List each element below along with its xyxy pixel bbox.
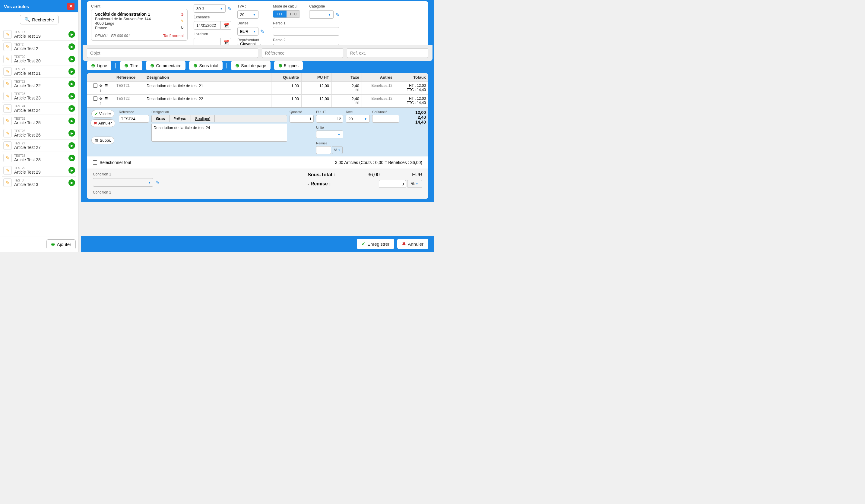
- edit-remise-unit[interactable]: %▼: [332, 146, 343, 154]
- cell-desig: Description de l'article de test 22: [144, 95, 272, 107]
- remise-unit-select[interactable]: %▼: [407, 180, 422, 188]
- article-item[interactable]: ✎TEST25Article Test 25▶: [2, 115, 76, 127]
- echeance-calendar-icon[interactable]: 📅: [221, 21, 231, 30]
- move-icon[interactable]: ✥: [99, 96, 103, 101]
- chevron-down-icon: ▼: [338, 149, 340, 152]
- insert-article-button[interactable]: ▶: [68, 179, 75, 186]
- refext-input[interactable]: [347, 48, 428, 58]
- add-5lignes-button[interactable]: ⊕5 lignes: [274, 61, 303, 70]
- edit-condition1-icon[interactable]: ✎: [155, 180, 160, 185]
- suppr-button[interactable]: 🗑Suppr.: [91, 137, 115, 144]
- insert-article-button[interactable]: ▶: [68, 155, 75, 161]
- bold-button[interactable]: Gras: [152, 115, 170, 122]
- ttc-toggle[interactable]: TTC: [287, 11, 300, 17]
- edit-taxe-select[interactable]: 20▼: [346, 115, 370, 123]
- tva-select[interactable]: 20▼: [238, 10, 258, 19]
- underline-button[interactable]: Souligné: [191, 115, 215, 122]
- tva-label: TVA :: [238, 4, 267, 9]
- add-saut-button[interactable]: ⊕Saut de page: [231, 61, 270, 70]
- add-titre-button[interactable]: ⊕Titre: [120, 61, 142, 70]
- article-code: TEST27: [14, 142, 68, 145]
- edit-terms-icon[interactable]: ✎: [228, 6, 231, 11]
- insert-article-button[interactable]: ▶: [68, 118, 75, 124]
- edit-ref-input[interactable]: [119, 115, 149, 123]
- edit-client-icon[interactable]: ✎: [180, 19, 185, 24]
- article-item[interactable]: ✎TEST21Article Test 21▶: [2, 66, 76, 78]
- annuler-edit-button[interactable]: ✖Annuler: [91, 119, 115, 127]
- insert-article-button[interactable]: ▶: [68, 31, 75, 38]
- remove-client-icon[interactable]: ⊘: [180, 12, 185, 17]
- search-button[interactable]: 🔍 Recherche: [20, 15, 58, 24]
- cancel-button[interactable]: ✖Annuler: [397, 239, 428, 249]
- article-item[interactable]: ✎TEST26Article Test 26▶: [2, 127, 76, 140]
- edit-cout-input[interactable]: [372, 115, 399, 123]
- terms-select[interactable]: 30 J▼: [194, 4, 226, 13]
- article-name: Article Test 29: [14, 170, 68, 175]
- add-commentaire-button[interactable]: ⊕Commentaire: [146, 61, 185, 70]
- objet-input[interactable]: [87, 48, 258, 58]
- pencil-icon: ✎: [3, 178, 12, 187]
- insert-article-button[interactable]: ▶: [68, 68, 75, 75]
- mode-label: Mode de calcul: [273, 4, 300, 9]
- edit-categorie-icon[interactable]: ✎: [335, 12, 339, 17]
- sidebar-header: Vos articles ✕: [0, 0, 78, 12]
- devise-select[interactable]: EUR▼: [238, 27, 258, 36]
- article-item[interactable]: ✎TEST3Article Test 3▶: [2, 177, 76, 189]
- article-item[interactable]: ✎TEST24Article Test 24▶: [2, 103, 76, 115]
- article-item[interactable]: ✎TEST22Article Test 22▶: [2, 78, 76, 90]
- header-card: Client Société de démonstration 1 Boulev…: [87, 1, 428, 58]
- select-all-checkbox[interactable]: [93, 160, 97, 165]
- list-icon[interactable]: ☰: [104, 83, 108, 88]
- insert-article-button[interactable]: ▶: [68, 167, 75, 174]
- categorie-select[interactable]: ▼: [309, 10, 334, 19]
- save-button[interactable]: ✔Enregistrer: [357, 239, 394, 249]
- insert-article-button[interactable]: ▶: [68, 56, 75, 62]
- move-icon[interactable]: ✥: [99, 83, 103, 88]
- insert-article-button[interactable]: ▶: [68, 105, 75, 112]
- valider-button[interactable]: ✔Valider: [91, 110, 115, 118]
- add-article-button[interactable]: ⊕ Ajouter: [46, 239, 76, 249]
- remise-input[interactable]: [379, 180, 406, 188]
- row-checkbox[interactable]: [93, 83, 97, 88]
- article-item[interactable]: ✎TEST17Article Test 19▶: [2, 28, 76, 41]
- add-ligne-button[interactable]: ⊕Ligne: [87, 61, 111, 70]
- mode-toggle[interactable]: HT TTC: [273, 10, 300, 18]
- edit-unite-label: Unité: [316, 126, 343, 129]
- ht-toggle[interactable]: HT: [273, 11, 287, 17]
- insert-article-button[interactable]: ▶: [68, 44, 75, 50]
- insert-article-button[interactable]: ▶: [68, 142, 75, 149]
- header-blue-wrapper: Client Société de démonstration 1 Boulev…: [81, 0, 434, 202]
- edit-remise-input[interactable]: [316, 146, 331, 154]
- article-item[interactable]: ✎TEST29Article Test 29▶: [2, 164, 76, 177]
- row-checkbox[interactable]: [93, 96, 97, 101]
- insert-article-button[interactable]: ▶: [68, 81, 75, 87]
- chevron-down-icon: ▼: [337, 133, 341, 136]
- table-row[interactable]: ✥☰1TEST21Description de l'article de tes…: [87, 81, 428, 94]
- edit-desig-textarea[interactable]: Description de l'article de test 24: [151, 124, 287, 142]
- edit-pu-input[interactable]: [316, 115, 343, 123]
- client-label: Client: [91, 4, 188, 9]
- insert-article-button[interactable]: ▶: [68, 93, 75, 99]
- insert-article-button[interactable]: ▶: [68, 130, 75, 137]
- article-item[interactable]: ✎TEST2Article Test 2▶: [2, 41, 76, 53]
- edit-qty-input[interactable]: [290, 115, 314, 123]
- pencil-icon: ✎: [3, 43, 12, 51]
- reference-input[interactable]: [262, 48, 343, 58]
- article-item[interactable]: ✎TEST23Article Test 23▶: [2, 90, 76, 103]
- list-icon[interactable]: ☰: [104, 96, 108, 101]
- article-item[interactable]: ✎TEST28Article Test 28▶: [2, 152, 76, 164]
- close-sidebar-button[interactable]: ✕: [67, 3, 74, 10]
- italic-button[interactable]: Italique: [170, 115, 191, 122]
- edit-pu-label: PU HT: [316, 110, 343, 114]
- article-list[interactable]: ✎TEST17Article Test 19▶✎TEST2Article Tes…: [0, 27, 78, 237]
- table-row[interactable]: ✥☰2TEST22Description de l'article de tes…: [87, 94, 428, 107]
- edit-devise-icon[interactable]: ✎: [260, 28, 264, 34]
- perso1-input[interactable]: [273, 27, 339, 36]
- article-item[interactable]: ✎TEST27Article Test 27▶: [2, 140, 76, 152]
- refresh-client-icon[interactable]: ↻: [180, 25, 185, 31]
- article-item[interactable]: ✎TEST20Article Test 20▶: [2, 53, 76, 66]
- condition1-select[interactable]: ▼: [93, 178, 153, 187]
- echeance-input[interactable]: [194, 21, 221, 30]
- add-soustotal-button[interactable]: ⊕Sous-total: [189, 61, 222, 70]
- edit-unite-select[interactable]: ▼: [316, 130, 343, 138]
